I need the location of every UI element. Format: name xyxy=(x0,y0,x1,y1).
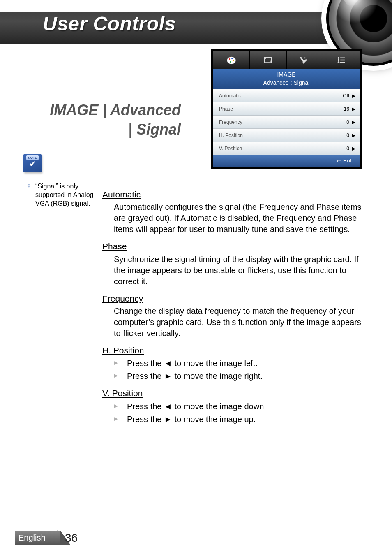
osd-row-value: 16 xyxy=(344,106,349,112)
osd-exit-label[interactable]: Exit xyxy=(343,158,351,164)
svg-point-7 xyxy=(338,57,339,58)
chevron-right-icon: ▶ xyxy=(352,106,355,112)
display-icon xyxy=(262,54,274,66)
page-footer: English 36 xyxy=(0,531,392,545)
footer-page-number: 36 xyxy=(62,531,78,545)
svg-rect-10 xyxy=(340,59,345,60)
chevron-right-icon: ▶ xyxy=(352,132,355,138)
list-vposition: Press the ◄ to move the image down. Pres… xyxy=(114,401,363,425)
section-title-line2: | Signal xyxy=(128,121,181,138)
osd-row-value: 0 xyxy=(346,146,349,151)
palette-icon xyxy=(226,54,237,66)
chevron-right-icon: ▶ xyxy=(352,119,355,125)
osd-row-label: Frequency xyxy=(219,119,242,125)
svg-point-2 xyxy=(231,57,233,59)
back-arrow-icon: ↩ xyxy=(337,158,341,164)
osd-row-label: Phase xyxy=(219,106,233,112)
desc-automatic: Automatically configures the signal (the… xyxy=(114,202,363,235)
list-item: Press the ► to move the image up. xyxy=(114,414,363,425)
osd-row-label: V. Position xyxy=(219,146,242,151)
svg-rect-12 xyxy=(340,61,345,63)
osd-row-label: H. Position xyxy=(219,132,243,138)
tools-icon xyxy=(299,54,311,66)
list-item: Press the ► to move the image right. xyxy=(114,371,363,382)
note-text: “Signal” is only supported in Analog VGA… xyxy=(35,182,95,208)
osd-row-automatic[interactable]: Automatic Off▶ xyxy=(213,89,360,102)
checkmark-icon: ✔ xyxy=(29,160,36,168)
svg-point-3 xyxy=(233,60,235,61)
osd-footer: ↩ Exit xyxy=(213,155,360,167)
heading-automatic: Automatic xyxy=(102,189,363,200)
osd-row-value: Off xyxy=(343,93,349,99)
note-bullet-icon: ❖ xyxy=(27,183,31,189)
section-title: IMAGE | Advanced | Signal xyxy=(39,101,181,139)
chevron-right-icon: ▶ xyxy=(352,93,355,99)
svg-point-1 xyxy=(229,58,231,60)
osd-tab-options[interactable] xyxy=(323,51,360,69)
osd-row-value: 0 xyxy=(346,119,349,125)
desc-frequency: Change the display data frequency to mat… xyxy=(114,306,363,339)
heading-hposition: H. Position xyxy=(102,345,363,356)
heading-phase: Phase xyxy=(102,241,363,252)
osd-tab-bar xyxy=(213,51,360,69)
desc-phase: Synchronize the signal timing of the dis… xyxy=(114,254,363,287)
osd-row-value: 0 xyxy=(346,132,349,138)
osd-tab-image[interactable] xyxy=(213,51,250,69)
list-hposition: Press the ◄ to move the image left. Pres… xyxy=(114,358,363,382)
svg-rect-8 xyxy=(340,57,345,58)
svg-point-11 xyxy=(338,61,339,63)
osd-menu: IMAGE Advanced : Signal Automatic Off▶ P… xyxy=(211,49,362,169)
list-item: Press the ◄ to move the image left. xyxy=(114,358,363,369)
sliders-icon xyxy=(336,54,347,66)
osd-row-vposition[interactable]: V. Position 0▶ xyxy=(213,142,360,155)
osd-title: IMAGE xyxy=(213,71,360,79)
svg-point-9 xyxy=(338,59,339,60)
osd-row-hposition[interactable]: H. Position 0▶ xyxy=(213,129,360,142)
chevron-right-icon: ▶ xyxy=(352,146,355,151)
list-item: Press the ◄ to move the image down. xyxy=(114,401,363,412)
osd-row-label: Automatic xyxy=(219,93,241,99)
osd-row-frequency[interactable]: Frequency 0▶ xyxy=(213,116,360,129)
header-title: User Controls xyxy=(43,12,176,35)
osd-subtitle: Advanced : Signal xyxy=(213,79,360,87)
body-content: Automatic Automatically configures the s… xyxy=(102,189,363,427)
osd-title-area: IMAGE Advanced : Signal xyxy=(213,69,360,89)
section-title-line1: IMAGE | Advanced xyxy=(50,102,181,118)
svg-point-4 xyxy=(230,61,232,63)
svg-rect-6 xyxy=(300,56,304,62)
footer-language: English xyxy=(15,531,60,545)
page-header: User Controls xyxy=(0,0,392,47)
osd-tab-display[interactable] xyxy=(250,51,286,69)
osd-row-phase[interactable]: Phase 16▶ xyxy=(213,102,360,116)
heading-vposition: V. Position xyxy=(102,388,363,399)
svg-point-0 xyxy=(227,57,236,64)
osd-tab-setup[interactable] xyxy=(287,51,323,69)
note-badge: NOTE ✔ xyxy=(23,154,42,172)
heading-frequency: Frequency xyxy=(102,293,363,304)
